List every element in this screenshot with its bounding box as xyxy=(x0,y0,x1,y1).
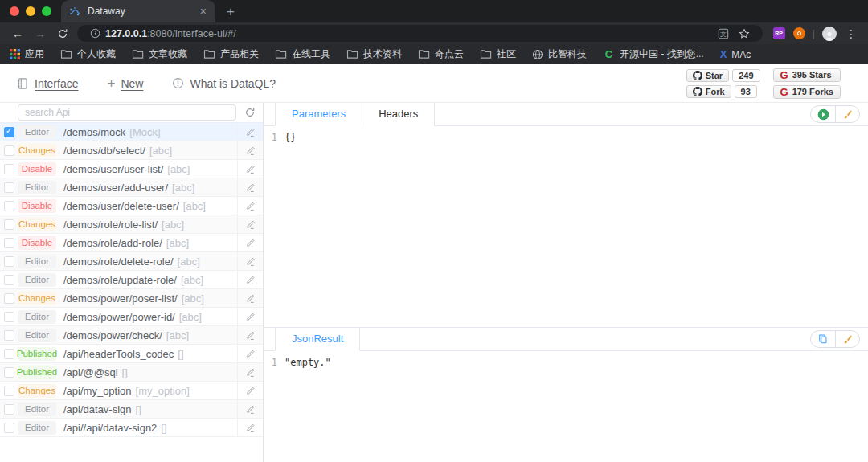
site-info-icon[interactable] xyxy=(85,28,105,39)
api-list-item[interactable]: Changes/demos/role/role-list/[abc] xyxy=(0,215,263,234)
folder-icon xyxy=(203,49,215,59)
api-checkbox[interactable] xyxy=(0,312,18,322)
address-bar[interactable]: 127.0.0.1:8080/interface-ui/#/ 文 xyxy=(77,25,763,42)
api-list-item[interactable]: Changes/demos/db/select/[abc] xyxy=(0,141,263,160)
api-checkbox[interactable] xyxy=(0,423,18,433)
edit-pencil-icon[interactable] xyxy=(237,289,263,307)
back-icon[interactable]: ← xyxy=(6,28,29,39)
github-star-badge[interactable]: Star 249 xyxy=(686,69,760,82)
main-panel: Parameters Headers 1 { xyxy=(264,103,868,462)
maximize-window-button[interactable] xyxy=(42,6,51,16)
format-brush-icon[interactable] xyxy=(835,330,859,348)
api-checkbox[interactable] xyxy=(0,127,18,137)
api-list-item[interactable]: Editor/api/datav-sign[] xyxy=(0,400,263,419)
bookmark-folder[interactable]: 社区 xyxy=(480,47,516,61)
new-tab-button[interactable]: + xyxy=(227,5,235,18)
tab-headers[interactable]: Headers xyxy=(362,103,435,126)
edit-pencil-icon[interactable] xyxy=(237,141,263,159)
api-checkbox[interactable] xyxy=(0,201,18,211)
browser-menu-icon[interactable]: ⋮ xyxy=(841,27,862,40)
extension-orange-icon[interactable] xyxy=(793,27,805,39)
gitee-stars-badge[interactable]: G 395 Stars xyxy=(773,68,841,82)
nav-what-is-dataql[interactable]: What is DataQL? xyxy=(172,77,276,90)
api-checkbox[interactable] xyxy=(0,386,18,396)
copy-icon[interactable] xyxy=(811,330,835,348)
api-list-item[interactable]: Disable/demos/user/delete-user/[abc] xyxy=(0,197,263,215)
tab-close-icon[interactable]: × xyxy=(199,6,208,17)
api-checkbox[interactable] xyxy=(0,182,18,193)
close-window-button[interactable] xyxy=(10,6,19,16)
edit-pencil-icon[interactable] xyxy=(237,252,263,270)
reload-icon[interactable] xyxy=(51,28,74,39)
api-checkbox[interactable] xyxy=(0,256,18,267)
api-list-item[interactable]: Editor/api//api/datav-sign2[] xyxy=(0,419,263,437)
api-list-item[interactable]: Editor/demos/mock[Mock] xyxy=(0,123,263,141)
api-list-item[interactable]: Published/api/@@sql[] xyxy=(0,363,263,382)
edit-pencil-icon[interactable] xyxy=(237,326,263,344)
edit-pencil-icon[interactable] xyxy=(237,345,263,362)
edit-pencil-icon[interactable] xyxy=(237,382,263,399)
execute-button[interactable] xyxy=(811,105,835,123)
translate-icon[interactable]: 文 xyxy=(713,28,734,39)
gitee-forks-badge[interactable]: G 179 Forks xyxy=(773,85,841,99)
api-checkbox[interactable] xyxy=(0,145,18,156)
api-checkbox[interactable] xyxy=(0,275,18,285)
api-list-item[interactable]: Changes/demos/power/poser-list/[abc] xyxy=(0,289,263,308)
bookmark-star-icon[interactable] xyxy=(734,28,755,39)
result-code-view[interactable]: 1 "empty." xyxy=(264,351,868,368)
bookmark-site-oschina[interactable]: C 开源中国 - 找到您... xyxy=(603,47,704,61)
edit-pencil-icon[interactable] xyxy=(237,197,263,215)
api-list-item[interactable]: Editor/demos/power/power-id/[abc] xyxy=(0,308,263,326)
bookmark-folder[interactable]: 产品相关 xyxy=(203,47,259,61)
browser-tab-dataway[interactable]: Dataway × xyxy=(61,0,215,22)
edit-pencil-icon[interactable] xyxy=(237,400,263,418)
api-checkbox[interactable] xyxy=(0,349,18,359)
api-checkbox[interactable] xyxy=(0,164,18,174)
edit-pencil-icon[interactable] xyxy=(237,160,263,178)
profile-avatar[interactable] xyxy=(822,27,837,41)
api-list-item[interactable]: Editor/demos/role/update-role/[abc] xyxy=(0,271,263,289)
status-badge: Editor xyxy=(18,310,56,324)
bookmark-folder[interactable]: 奇点云 xyxy=(418,47,464,61)
edit-pencil-icon[interactable] xyxy=(237,419,263,436)
api-checkbox[interactable] xyxy=(0,330,18,341)
api-checkbox[interactable] xyxy=(0,367,18,378)
api-checkbox[interactable] xyxy=(0,238,18,248)
edit-pencil-icon[interactable] xyxy=(237,363,263,381)
minimize-window-button[interactable] xyxy=(26,6,35,16)
edit-pencil-icon[interactable] xyxy=(237,308,263,325)
edit-pencil-icon[interactable] xyxy=(237,215,263,233)
format-brush-icon[interactable] xyxy=(835,105,859,123)
bookmark-folder[interactable]: 个人收藏 xyxy=(60,47,116,61)
nav-interface[interactable]: Interface xyxy=(16,77,78,90)
tab-jsonresult[interactable]: JsonResult xyxy=(275,328,360,351)
api-list-item[interactable]: Editor/demos/power/check/[abc] xyxy=(0,326,263,345)
api-list-item[interactable]: Published/api/headerTools_codec[] xyxy=(0,345,263,363)
tab-parameters[interactable]: Parameters xyxy=(275,103,362,126)
edit-pencil-icon[interactable] xyxy=(237,234,263,251)
api-checkbox[interactable] xyxy=(0,293,18,304)
bookmark-site-bizhi[interactable]: 比智科技 xyxy=(532,47,587,61)
bookmark-apps[interactable]: 应用 xyxy=(10,47,44,61)
api-list-item[interactable]: Changes/api/my_option[my_option] xyxy=(0,382,263,400)
api-list-item[interactable]: Disable/demos/user/user-list/[abc] xyxy=(0,160,263,178)
bookmark-folder[interactable]: 文章收藏 xyxy=(132,47,187,61)
forward-icon[interactable]: → xyxy=(29,28,51,39)
nav-new[interactable]: + New xyxy=(107,76,143,92)
refresh-icon[interactable] xyxy=(236,107,263,118)
request-code-editor[interactable]: 1 {} xyxy=(264,126,868,143)
extension-rp-icon[interactable]: RP xyxy=(773,27,785,39)
bookmark-folder[interactable]: 在线工具 xyxy=(275,47,330,61)
bookmark-folder[interactable]: 技术资料 xyxy=(346,47,402,61)
search-input[interactable] xyxy=(18,104,236,121)
edit-pencil-icon[interactable] xyxy=(237,178,263,196)
github-fork-badge[interactable]: Fork 93 xyxy=(686,85,760,98)
api-list-item[interactable]: Editor/demos/user/add-user/[abc] xyxy=(0,178,263,197)
bookmark-site-mac[interactable]: X MAc xyxy=(720,48,751,60)
api-list-item[interactable]: Disable/demos/role/add-role/[abc] xyxy=(0,234,263,252)
api-checkbox[interactable] xyxy=(0,219,18,230)
api-checkbox[interactable] xyxy=(0,404,18,415)
api-list-item[interactable]: Editor/demos/role/delete-role/[abc] xyxy=(0,252,263,271)
edit-pencil-icon[interactable] xyxy=(237,271,263,288)
edit-pencil-icon[interactable] xyxy=(237,123,263,141)
